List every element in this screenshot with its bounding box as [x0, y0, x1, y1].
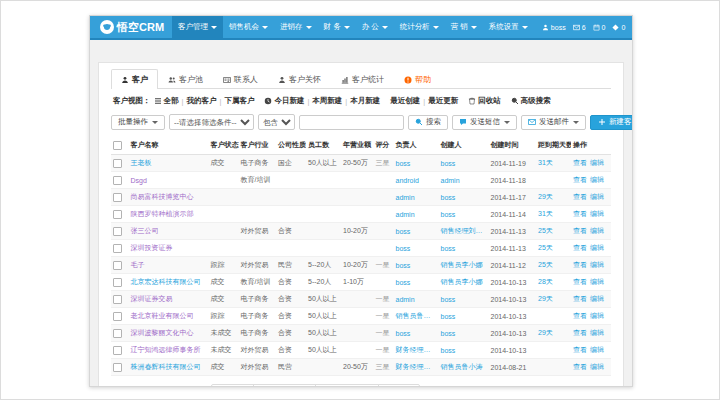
view-link-本月新建[interactable]: 本月新建 — [350, 96, 380, 106]
view-link[interactable]: 查看 — [573, 193, 587, 200]
customer-name-link[interactable]: 张三公司 — [131, 227, 159, 234]
customer-name-link[interactable]: 王老板 — [131, 159, 152, 166]
view-link-我的客户[interactable]: 我的客户 — [186, 96, 216, 106]
row-checkbox[interactable] — [113, 227, 122, 236]
customer-name-link[interactable]: 陕西罗特种植演示部 — [131, 210, 194, 217]
status-diamond[interactable]: 0 — [612, 24, 625, 31]
edit-link[interactable]: 编辑 — [590, 329, 604, 336]
row-checkbox[interactable] — [113, 329, 122, 338]
view-link[interactable]: 查看 — [573, 278, 587, 285]
tab-客户关怀[interactable]: 客户关怀 — [268, 69, 331, 89]
view-link[interactable]: 查看 — [573, 210, 587, 217]
row-checkbox[interactable] — [113, 244, 122, 253]
new-customer-button[interactable]: 新建客户 — [590, 115, 633, 130]
view-link[interactable]: 查看 — [573, 295, 587, 302]
row-checkbox[interactable] — [113, 312, 122, 321]
filter-operator-select[interactable]: 包含 — [258, 114, 295, 130]
nav-menu-销售机会[interactable]: 销售机会 — [223, 16, 274, 38]
view-link[interactable]: 查看 — [573, 159, 587, 166]
row-checkbox[interactable] — [113, 363, 122, 372]
tab-客户[interactable]: 客户 — [111, 69, 158, 89]
view-link[interactable]: 查看 — [573, 176, 587, 183]
send-sms-button[interactable]: 发送短信 — [452, 115, 517, 130]
customer-name-link[interactable]: 辽宁知鸿远律师事务所 — [131, 346, 201, 353]
row-checkbox[interactable] — [113, 176, 122, 185]
customer-name-link[interactable]: 深圳证券交易 — [131, 295, 173, 302]
view-link-回收站[interactable]: 回收站 — [478, 96, 501, 106]
view-link-最近创建[interactable]: 最近创建 — [390, 96, 420, 106]
edit-link[interactable]: 编辑 — [590, 176, 604, 183]
view-link[interactable]: 查看 — [573, 227, 587, 234]
view-link-全部[interactable]: 全部 — [164, 96, 179, 106]
select-all-checkbox[interactable] — [113, 141, 122, 150]
cell-creator: 销售员李小娜 — [439, 274, 489, 291]
batch-actions-button[interactable]: 批量操作 — [111, 115, 165, 130]
brand[interactable]: 悟空CRM — [90, 16, 172, 38]
view-link-最近更新[interactable]: 最近更新 — [428, 96, 458, 106]
prev-page-button[interactable]: «上一页 — [253, 384, 316, 387]
nav-menu-客户管理[interactable]: 客户管理 — [172, 16, 223, 38]
customer-name-link[interactable]: 北京宏达科技有限公司 — [131, 278, 201, 285]
row-checkbox[interactable] — [113, 159, 122, 168]
edit-link[interactable]: 编辑 — [590, 363, 604, 370]
view-link[interactable]: 查看 — [573, 244, 587, 251]
edit-link[interactable]: 编辑 — [590, 261, 604, 268]
nav-menu-进销存[interactable]: 进销存 — [274, 16, 318, 38]
row-checkbox[interactable] — [113, 193, 122, 202]
view-link[interactable]: 查看 — [573, 329, 587, 336]
tab-客户池[interactable]: 客户池 — [158, 69, 213, 89]
clock-icon — [264, 97, 272, 105]
edit-link[interactable]: 编辑 — [590, 278, 604, 285]
search-button[interactable]: 搜索 — [408, 115, 448, 130]
menu-icon — [154, 97, 162, 105]
cell-creator: boss — [439, 342, 489, 359]
edit-link[interactable]: 编辑 — [590, 295, 604, 302]
edit-link[interactable]: 编辑 — [590, 159, 604, 166]
customer-name-link[interactable]: 毛子 — [131, 261, 145, 268]
nav-menu-办公[interactable]: 办 公 — [356, 16, 394, 38]
edit-link[interactable]: 编辑 — [590, 227, 604, 234]
customer-name-link[interactable]: 老北京鞋业有限公司 — [131, 312, 194, 319]
view-link-下属客户[interactable]: 下属客户 — [224, 96, 254, 106]
next-page-button[interactable]: 下一页» — [315, 384, 378, 387]
customer-name-link[interactable]: Dsgd — [131, 177, 147, 184]
tab-客户统计[interactable]: 客户统计 — [331, 69, 394, 89]
edit-link[interactable]: 编辑 — [590, 244, 604, 251]
row-checkbox[interactable] — [113, 295, 122, 304]
first-page-button[interactable]: 首页 — [211, 384, 254, 387]
row-checkbox[interactable] — [113, 278, 122, 287]
edit-link[interactable]: 编辑 — [590, 193, 604, 200]
nav-menu-财务[interactable]: 财 务 — [318, 16, 356, 38]
nav-menu-统计分析[interactable]: 统计分析 — [394, 16, 445, 38]
edit-link[interactable]: 编辑 — [590, 210, 604, 217]
view-link-今日新建[interactable]: 今日新建 — [274, 96, 304, 106]
tab-联系人[interactable]: 联系人 — [213, 69, 268, 89]
edit-link[interactable]: 编辑 — [590, 346, 604, 353]
nav-menu-营销[interactable]: 营 销 — [445, 16, 483, 38]
row-checkbox[interactable] — [113, 346, 122, 355]
status-envelope[interactable]: 6 — [573, 24, 586, 31]
customer-name-link[interactable]: 株洲春辉科技有限公司 — [131, 363, 201, 370]
status-star[interactable]: 0 — [632, 24, 633, 31]
filter-field-select[interactable]: --请选择筛选条件-- — [169, 114, 254, 130]
view-link[interactable]: 查看 — [573, 261, 587, 268]
view-link[interactable]: 查看 — [573, 363, 587, 370]
view-link-高级搜索[interactable]: 高级搜索 — [521, 96, 551, 106]
status-user[interactable]: boss — [542, 24, 566, 31]
row-checkbox[interactable] — [113, 210, 122, 219]
edit-link[interactable]: 编辑 — [590, 312, 604, 319]
customer-name-link[interactable]: 尚易富科技博览中心 — [131, 193, 194, 200]
view-link[interactable]: 查看 — [573, 312, 587, 319]
row-checkbox[interactable] — [113, 261, 122, 270]
last-page-button[interactable]: 末页 — [378, 384, 421, 387]
search-input[interactable] — [299, 115, 404, 130]
status-calendar[interactable]: 0 — [593, 24, 606, 31]
view-link-本周新建[interactable]: 本周新建 — [312, 96, 342, 106]
nav-menu-系统设置[interactable]: 系统设置 — [483, 16, 534, 38]
view-link[interactable]: 查看 — [573, 346, 587, 353]
send-email-button[interactable]: 发送邮件 — [521, 115, 586, 130]
cell-revenue: 10-20万 — [341, 223, 374, 240]
customer-name-link[interactable]: 深圳投资证券 — [131, 244, 173, 251]
customer-name-link[interactable]: 深圳波黎丽文化中心 — [131, 329, 194, 336]
tab-帮助[interactable]: 帮助 — [394, 69, 441, 89]
